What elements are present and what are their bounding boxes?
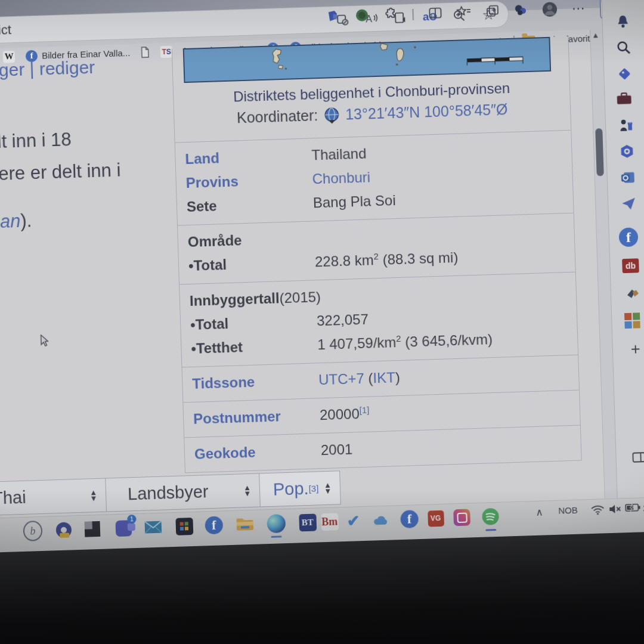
extension-blue-icon[interactable] [326, 8, 342, 24]
population-year: (2015) [279, 287, 321, 308]
photo-frame: rict A a ☆ [0, 0, 644, 644]
reference-link[interactable]: [1] [359, 405, 369, 416]
postal-label-link[interactable]: Postnummer [193, 405, 320, 429]
header-label-link[interactable]: Pop. [273, 479, 309, 500]
extensions-puzzle-icon[interactable] [383, 7, 399, 23]
infobox-row-postal: Postnummer 20000[1] [184, 395, 580, 432]
sort-icon[interactable]: ▲▼ [80, 490, 97, 502]
todo-check-icon[interactable]: ✔ [343, 511, 363, 531]
outlook-icon[interactable] [618, 168, 637, 187]
reference-link[interactable]: [3] [309, 488, 319, 489]
omrade-header: Område [187, 228, 314, 252]
scrollbar-thumb[interactable] [595, 128, 604, 176]
tray-language[interactable]: NOB [558, 505, 578, 516]
bt-news-icon[interactable]: BT [298, 512, 317, 532]
timezone-label-link[interactable]: Tidssone [192, 370, 319, 394]
scrollbar-up-arrow[interactable]: ▲ [592, 30, 599, 39]
bm-news-icon[interactable]: Bm [320, 512, 339, 531]
header-label: Landsbyer [128, 482, 209, 504]
extension-green-icon[interactable] [354, 7, 370, 23]
geocode-label-link[interactable]: Geokode [194, 441, 321, 464]
panel-toggle-icon[interactable] [629, 448, 644, 467]
land-value: Thailand [311, 144, 367, 165]
facebook-icon-2[interactable]: f [400, 509, 419, 529]
tray-chevron[interactable]: ∧ [535, 506, 543, 519]
document-icon [141, 47, 150, 58]
onedrive-icon[interactable] [371, 510, 391, 530]
file-explorer-icon[interactable] [235, 515, 255, 534]
facebook-icon[interactable]: f [204, 515, 224, 535]
sete-label: Sete [187, 193, 314, 216]
provins-label-link[interactable]: Provins [185, 169, 312, 193]
population-total-label: •Total [190, 311, 317, 335]
population-header: Innbyggertall [189, 289, 280, 311]
notifications-bell-icon[interactable] [613, 11, 633, 31]
article-text-line: elt inn i 18 [0, 129, 72, 153]
db-glyph: db [622, 258, 639, 273]
toolbar-separator: | [411, 7, 415, 20]
app-pre-icon[interactable] [54, 520, 73, 540]
edit-links[interactable]: diger | rediger [0, 57, 95, 81]
mail-icon[interactable] [143, 518, 163, 537]
sort-icon[interactable]: ▲▼ [319, 482, 332, 494]
geocode-value: 2001 [320, 440, 352, 460]
provins-value-link[interactable]: Chonburi [312, 169, 370, 187]
omrade-total-label: •Total [188, 252, 315, 275]
table-header-thai[interactable]: Thai ▲▼ [0, 478, 107, 516]
instagram-icon[interactable] [452, 507, 472, 527]
bing-icon[interactable]: b [23, 521, 42, 541]
running-indicator [271, 535, 281, 538]
omrade-total-value: 228.8 km2 (88.3 sq mi) [315, 248, 459, 272]
infobox-row-geocode: Geokode 2001 [184, 431, 581, 467]
microsoft-start-icon[interactable] [623, 311, 642, 330]
settings-menu-icon[interactable]: ⋯ [571, 1, 587, 17]
dagbladet-db-icon[interactable]: db [621, 256, 640, 275]
header-label: Thai [0, 488, 26, 509]
wifi-icon[interactable] [590, 504, 605, 515]
land-label-link[interactable]: Land [185, 145, 312, 169]
app-l-icon[interactable] [82, 519, 102, 539]
vg-icon[interactable]: VG [426, 509, 445, 528]
browser-essentials-icon[interactable] [513, 2, 530, 18]
split-screen-icon[interactable] [428, 5, 444, 21]
coordinates-link[interactable]: 13°21′43″N 100°58′45″Ø [345, 101, 508, 123]
spotify-icon[interactable] [481, 507, 500, 527]
misc-app-icon[interactable] [623, 283, 642, 303]
table-header-landsbyer[interactable]: Landsbyer ▲▼ [106, 473, 261, 512]
mouse-cursor [40, 334, 50, 347]
running-indicator [485, 529, 496, 531]
teams-icon[interactable]: 1 [113, 518, 133, 538]
table-header-pop[interactable]: Pop. [3] ▲▼ [259, 470, 341, 507]
shopping-tag-icon[interactable] [615, 64, 634, 83]
infobox: Distriktets beliggenhet i Chonburi-provi… [172, 36, 582, 473]
muban-link[interactable]: ban [0, 210, 21, 233]
edge-icon[interactable] [266, 513, 286, 533]
microsoft-store-icon[interactable] [174, 516, 194, 536]
sort-icon[interactable]: ▲▼ [234, 484, 251, 497]
population-total-value: 322,057 [317, 310, 369, 331]
postal-value: 20000[1] [320, 404, 370, 425]
games-chess-icon[interactable] [617, 115, 636, 135]
battery-icon[interactable] [625, 503, 640, 512]
facebook-icon[interactable]: f [618, 227, 638, 247]
collections-icon[interactable] [485, 3, 501, 19]
globe-icon [323, 106, 340, 123]
utc-link[interactable]: UTC+7 [318, 370, 364, 388]
designer-hexagon-icon[interactable] [617, 141, 637, 161]
address-text[interactable]: rict [0, 22, 11, 38]
density-value: 1 407,59/km2 (3 645,6/kvm) [317, 330, 493, 354]
plus-glyph: + [631, 340, 641, 358]
article-text: ). [20, 210, 32, 231]
messaging-plane-icon[interactable] [619, 194, 639, 213]
search-icon[interactable] [614, 38, 634, 57]
infobox-row-timezone: Tidssone UTC+7 (IKT) [182, 360, 579, 397]
volume-muted-icon[interactable] [608, 503, 623, 515]
profile-avatar[interactable] [542, 1, 558, 17]
add-plus-icon[interactable]: + [626, 339, 644, 359]
ikt-link[interactable]: IKT [373, 369, 395, 386]
favorites-icon[interactable] [456, 4, 472, 20]
tools-briefcase-icon[interactable] [614, 89, 634, 109]
infobox-table: Land Thailand Provins Chonburi Sete Bang… [175, 130, 581, 473]
article-text-line: dere er delt inn i [0, 160, 121, 185]
bookmark-document[interactable] [141, 47, 150, 58]
